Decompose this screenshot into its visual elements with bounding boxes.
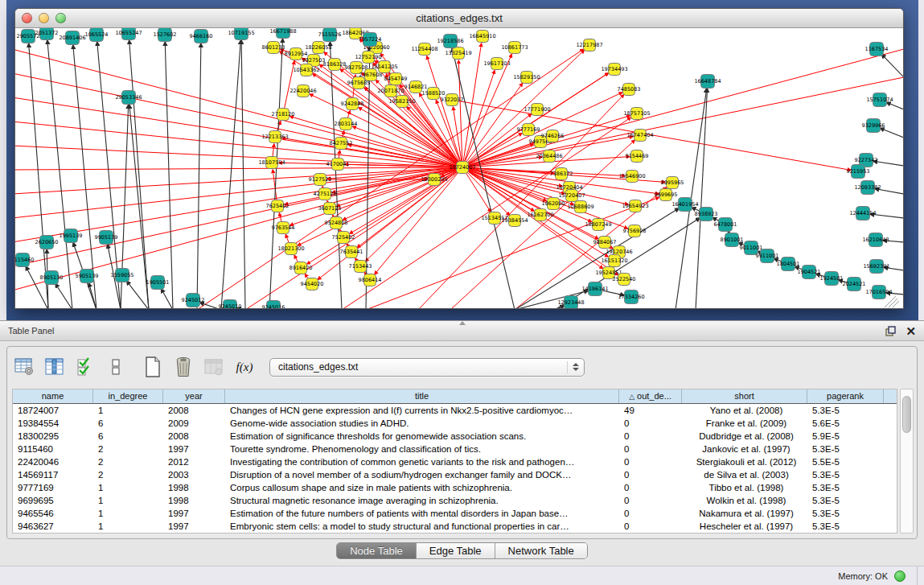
black-edge[interactable] — [881, 54, 903, 77]
red-edge[interactable] — [462, 43, 482, 167]
cell-short[interactable]: Dudbridge et al. (2008) — [682, 430, 807, 443]
graph-node-teal[interactable]: 19218586 — [437, 35, 463, 48]
cell-in_degree[interactable]: 1 — [93, 481, 163, 494]
graph-node-teal[interactable]: 17334260 — [618, 290, 644, 304]
red-edge[interactable] — [15, 167, 462, 218]
cell-pagerank[interactable]: 5.9E-5 — [807, 430, 884, 443]
cell-short[interactable]: Wolkin et al. (1998) — [682, 494, 807, 507]
cell-name[interactable]: 18300295 — [13, 430, 93, 443]
graph-node-teal[interactable]: 9329966 — [862, 119, 885, 133]
cell-out_de[interactable]: 0 — [619, 494, 682, 507]
row-height-icon[interactable] — [105, 356, 126, 377]
black-edge[interactable] — [47, 40, 72, 308]
table-mode-icon[interactable] — [14, 356, 35, 377]
graph-node-yellow[interactable]: 9763544 — [272, 222, 295, 234]
red-edge[interactable] — [462, 71, 495, 167]
cell-out_de[interactable]: 0 — [619, 507, 682, 520]
graph-node-teal[interactable]: 17016504 — [865, 286, 892, 299]
graph-node-teal[interactable]: 1904521 — [798, 266, 821, 279]
cell-short[interactable]: Yano et al. (2008) — [682, 404, 807, 417]
cell-in_degree[interactable]: 1 — [93, 507, 163, 520]
cell-name[interactable]: 22420046 — [13, 455, 93, 468]
tab-edge-table[interactable]: Edge Table — [417, 543, 495, 558]
cell-pagerank[interactable]: 5.3E-5 — [807, 481, 884, 494]
column-header-out_de[interactable]: △out_de... — [619, 389, 682, 403]
red-edge[interactable] — [462, 167, 491, 212]
float-panel-icon[interactable] — [885, 326, 896, 336]
graph-node-yellow[interactable]: 9524808 — [325, 217, 348, 229]
red-edge[interactable] — [462, 83, 523, 167]
cell-year[interactable]: 1997 — [163, 520, 225, 533]
red-edge[interactable] — [462, 77, 903, 167]
cell-short[interactable]: Franke et al. (2009) — [682, 417, 807, 430]
black-edge[interactable] — [886, 102, 903, 109]
graph-node-teal[interactable]: 1804501 — [777, 257, 800, 271]
column-header-year[interactable]: year — [163, 389, 225, 403]
table-row[interactable]: 911546021997Tourette syndrome. Phenomeno… — [13, 443, 897, 455]
table-row[interactable]: 1830029562008Estimation of significance … — [13, 430, 897, 443]
cell-in_degree[interactable]: 1 — [93, 494, 163, 507]
graph-node-teal[interactable]: 1065524 — [85, 28, 109, 42]
graph-node-yellow[interactable]: 2803144 — [335, 118, 358, 130]
cell-out_de[interactable]: 0 — [619, 417, 682, 430]
table-row[interactable]: 946362711997Embryonic stem cells: a mode… — [13, 520, 897, 533]
graph-node-yellow[interactable]: 12217987 — [576, 39, 602, 51]
close-window-icon[interactable] — [22, 13, 32, 23]
graph-node-yellow[interactable]: 9699695 — [655, 189, 678, 201]
cell-out_de[interactable]: 0 — [619, 430, 682, 443]
cell-year[interactable]: 1997 — [163, 507, 225, 520]
cell-title[interactable]: Changes of HCN gene expression and I(f) … — [225, 404, 619, 417]
cell-in_degree[interactable]: 2 — [93, 468, 163, 481]
cell-name[interactable]: 9699695 — [13, 494, 93, 507]
graph-node-teal[interactable]: 5905139 — [76, 270, 99, 283]
cell-year[interactable]: 2012 — [163, 455, 225, 468]
graph-node-yellow[interactable]: 9756928 — [623, 225, 647, 237]
graph-node-yellow[interactable]: 9242848 — [341, 98, 364, 110]
cell-out_de[interactable]: 0 — [619, 520, 682, 533]
graph-node-yellow[interactable]: 16645910 — [469, 31, 495, 43]
red-edge[interactable] — [343, 167, 462, 220]
red-edge[interactable] — [290, 117, 462, 167]
table-row[interactable]: 1456911722003Disruption of a novel membe… — [13, 468, 897, 481]
close-panel-icon[interactable]: ✕ — [906, 325, 916, 337]
graph-node-yellow[interactable]: 10688609 — [567, 201, 593, 213]
network-window-titlebar[interactable]: citations_edges.txt — [15, 9, 903, 28]
cell-pagerank[interactable]: 5.5E-5 — [807, 455, 884, 468]
table-row[interactable]: 1938455462009Genome-wide association stu… — [13, 417, 897, 430]
cell-title[interactable]: Estimation of the future numbers of pati… — [225, 507, 619, 520]
graph-node-yellow[interactable]: 9806414 — [359, 274, 382, 286]
network-graph[interactable]: 1872400786012338912954182260589827503105… — [15, 28, 903, 308]
graph-node-yellow[interactable]: 8916420 — [290, 262, 313, 274]
cell-name[interactable]: 18724007 — [13, 404, 93, 417]
cell-title[interactable]: Embryonic stem cells: a model to study s… — [225, 520, 619, 533]
column-header-title[interactable]: title — [225, 389, 619, 403]
graph-node-yellow[interactable]: 9154469 — [626, 150, 649, 163]
graph-node-teal[interactable]: 9245016 — [262, 301, 285, 309]
graph-node-yellow[interactable]: 16162700 — [527, 209, 553, 221]
red-edge[interactable] — [15, 167, 462, 242]
graph-node-teal[interactable]: 12093382 — [854, 181, 881, 195]
black-edge[interactable] — [97, 42, 121, 308]
panel-resize-grip-icon[interactable] — [459, 321, 466, 325]
cell-pagerank[interactable]: 5.3E-5 — [807, 494, 884, 507]
cell-out_de[interactable]: 0 — [619, 468, 682, 481]
cell-year[interactable]: 2008 — [163, 404, 225, 417]
black-edge[interactable] — [161, 289, 173, 308]
cell-title[interactable]: Investigating the contribution of common… — [225, 455, 619, 468]
graph-node-teal[interactable]: 12444154 — [849, 207, 876, 220]
graph-node-yellow[interactable]: 18226058 — [305, 42, 331, 54]
cell-out_de[interactable]: 0 — [619, 443, 682, 455]
black-edge[interactable] — [269, 39, 283, 308]
graph-node-teal[interactable]: 16671988 — [269, 28, 296, 39]
table-row[interactable]: 969969511998Structural magnetic resonanc… — [13, 494, 897, 507]
graph-node-yellow[interactable]: 7525402 — [332, 232, 355, 244]
cell-year[interactable]: 2009 — [163, 417, 225, 430]
cell-year[interactable]: 2008 — [163, 430, 225, 443]
network-graph-canvas[interactable]: 1872400786012338912954182260589827503105… — [15, 28, 903, 308]
cell-name[interactable]: 9777169 — [13, 481, 93, 494]
red-edge[interactable] — [15, 167, 462, 170]
graph-node-yellow[interactable]: 13325419 — [445, 47, 471, 60]
graph-node-yellow[interactable]: 9454020 — [301, 278, 324, 290]
cell-name[interactable]: 19384554 — [13, 417, 93, 430]
table-row[interactable]: 1872400712008Changes of HCN gene express… — [13, 404, 897, 417]
